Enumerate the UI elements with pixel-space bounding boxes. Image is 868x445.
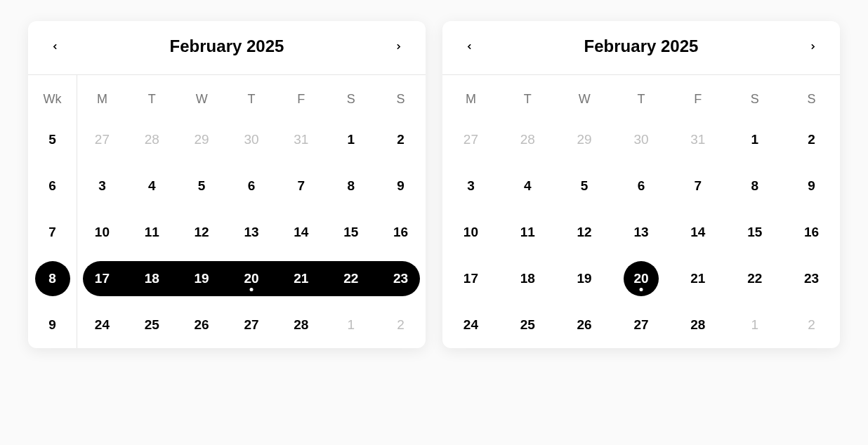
- day-number: 25: [134, 307, 169, 343]
- day-cell[interactable]: 1: [326, 117, 376, 163]
- day-cell[interactable]: 28: [276, 302, 326, 348]
- day-number: 1: [334, 122, 369, 157]
- day-cell[interactable]: 25: [127, 302, 177, 348]
- prev-month-button[interactable]: [46, 38, 63, 55]
- day-cell[interactable]: 21: [276, 255, 326, 302]
- week-number-cell[interactable]: 9: [28, 302, 77, 348]
- month-year-label[interactable]: February 2025: [584, 36, 699, 56]
- day-cell[interactable]: 15: [726, 209, 783, 255]
- day-cell[interactable]: 11: [127, 209, 177, 255]
- day-number: 28: [680, 307, 716, 343]
- day-cell[interactable]: 17: [77, 255, 127, 302]
- day-cell[interactable]: 19: [177, 255, 227, 302]
- day-cell[interactable]: 29: [556, 117, 613, 163]
- today-indicator-icon: [249, 288, 253, 291]
- day-cell[interactable]: 2: [783, 302, 840, 348]
- day-cell[interactable]: 27: [442, 117, 499, 163]
- day-cell[interactable]: 20: [613, 255, 670, 302]
- day-number: 19: [567, 261, 602, 296]
- day-cell[interactable]: 24: [77, 302, 127, 348]
- day-cell[interactable]: 27: [77, 117, 127, 163]
- day-cell[interactable]: 23: [376, 255, 426, 302]
- day-number: 13: [234, 215, 269, 250]
- day-cell[interactable]: 10: [77, 209, 127, 255]
- day-cell[interactable]: 28: [499, 117, 556, 163]
- day-cell[interactable]: 16: [783, 209, 840, 255]
- day-cell[interactable]: 22: [726, 255, 783, 302]
- day-number: 31: [680, 122, 716, 157]
- prev-month-button[interactable]: [461, 38, 478, 55]
- day-cell[interactable]: 16: [376, 209, 426, 255]
- day-cell[interactable]: 5: [556, 163, 613, 209]
- day-cell[interactable]: 1: [326, 302, 376, 348]
- day-cell[interactable]: 2: [376, 302, 426, 348]
- day-cell[interactable]: 15: [326, 209, 376, 255]
- week-number: 7: [35, 215, 70, 250]
- day-cell[interactable]: 30: [613, 117, 670, 163]
- day-cell[interactable]: 9: [783, 163, 840, 209]
- day-cell[interactable]: 12: [556, 209, 613, 255]
- week-number-cell[interactable]: 6: [28, 163, 77, 209]
- day-cell[interactable]: 6: [227, 163, 277, 209]
- day-cell[interactable]: 12: [177, 209, 227, 255]
- day-cell[interactable]: 23: [783, 255, 840, 302]
- day-cell[interactable]: 31: [669, 117, 726, 163]
- day-cell[interactable]: 9: [376, 163, 426, 209]
- day-cell[interactable]: 24: [442, 302, 499, 348]
- day-cell[interactable]: 7: [669, 163, 726, 209]
- day-cell[interactable]: 19: [556, 255, 613, 302]
- day-cell[interactable]: 4: [499, 163, 556, 209]
- day-cell[interactable]: 30: [227, 117, 277, 163]
- day-cell[interactable]: 1: [726, 117, 783, 163]
- day-cell[interactable]: 7: [276, 163, 326, 209]
- day-cell[interactable]: 18: [127, 255, 177, 302]
- day-cell[interactable]: 2: [376, 117, 426, 163]
- day-number: 11: [510, 215, 545, 250]
- day-cell[interactable]: 20: [227, 255, 277, 302]
- day-cell[interactable]: 5: [177, 163, 227, 209]
- day-cell[interactable]: 1: [726, 302, 783, 348]
- day-number: 29: [567, 122, 602, 157]
- day-number: 11: [134, 215, 169, 250]
- day-cell[interactable]: 18: [499, 255, 556, 302]
- day-cell[interactable]: 10: [442, 209, 499, 255]
- week-number-cell[interactable]: 8: [28, 255, 77, 302]
- day-cell[interactable]: 26: [556, 302, 613, 348]
- day-cell[interactable]: 8: [726, 163, 783, 209]
- day-cell[interactable]: 27: [613, 302, 670, 348]
- next-month-button[interactable]: [805, 38, 822, 55]
- week-number-cell[interactable]: 7: [28, 209, 77, 255]
- day-cell[interactable]: 6: [613, 163, 670, 209]
- day-cell[interactable]: 14: [276, 209, 326, 255]
- day-number: 8: [334, 168, 369, 204]
- day-cell[interactable]: 11: [499, 209, 556, 255]
- day-cell[interactable]: 29: [177, 117, 227, 163]
- day-number: 28: [510, 122, 545, 157]
- next-month-button[interactable]: [390, 38, 407, 55]
- day-cell[interactable]: 27: [227, 302, 277, 348]
- day-number: 22: [737, 261, 772, 296]
- day-cell[interactable]: 2: [783, 117, 840, 163]
- day-cell[interactable]: 13: [613, 209, 670, 255]
- day-cell[interactable]: 17: [442, 255, 499, 302]
- day-cell[interactable]: 3: [77, 163, 127, 209]
- day-cell[interactable]: 13: [227, 209, 277, 255]
- day-cell[interactable]: 25: [499, 302, 556, 348]
- day-cell[interactable]: 28: [127, 117, 177, 163]
- day-cell[interactable]: 3: [442, 163, 499, 209]
- day-cell[interactable]: 4: [127, 163, 177, 209]
- day-number: 14: [284, 215, 319, 250]
- day-cell[interactable]: 8: [326, 163, 376, 209]
- day-number: 25: [510, 307, 545, 343]
- day-number: 29: [184, 122, 219, 157]
- day-cell[interactable]: 22: [326, 255, 376, 302]
- day-cell[interactable]: 21: [669, 255, 726, 302]
- day-cell[interactable]: 14: [669, 209, 726, 255]
- month-year-label[interactable]: February 2025: [170, 36, 284, 56]
- day-cell[interactable]: 31: [276, 117, 326, 163]
- day-number: 2: [794, 122, 829, 157]
- week-number-cell[interactable]: 5: [28, 117, 77, 163]
- day-cell[interactable]: 28: [669, 302, 726, 348]
- day-cell[interactable]: 26: [177, 302, 227, 348]
- day-number: 24: [453, 307, 488, 343]
